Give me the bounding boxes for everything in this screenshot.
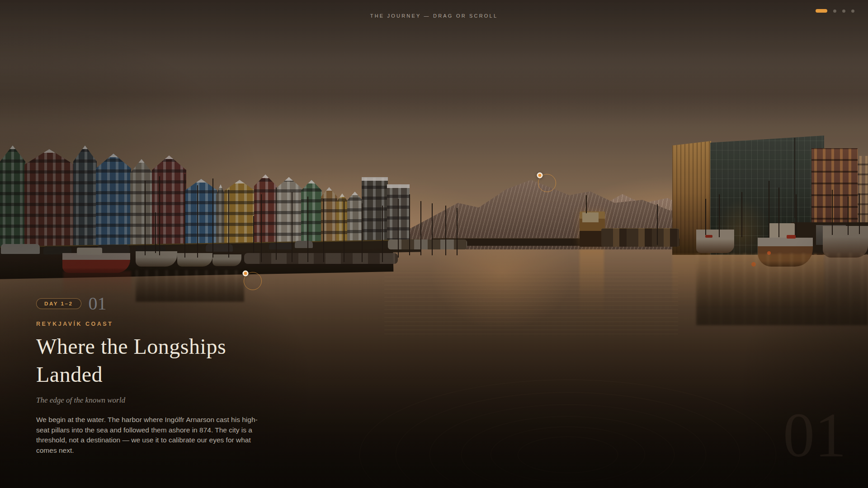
location-label: REYKJAVÍK COAST	[36, 321, 280, 327]
hotspot-dot	[537, 172, 543, 178]
slide-number-watermark: 01	[783, 404, 846, 467]
slide-meta: DAY 1–2 01	[36, 295, 280, 313]
slide-description: We begin at the water. The harbor where …	[36, 415, 264, 455]
day-badge: DAY 1–2	[36, 298, 81, 309]
slide-index: 01	[89, 295, 107, 313]
slide-info: DAY 1–2 01 REYKJAVÍK COAST Where the Lon…	[36, 295, 280, 455]
journey-slide-stage[interactable]: THE JOURNEY — DRAG OR SCROLL DAY 1–2 01 …	[0, 0, 868, 488]
slide-subtitle: The edge of the known world	[36, 396, 280, 405]
slide-title: Where the Longships Landed	[36, 333, 253, 389]
hotspot-dot	[243, 270, 249, 276]
